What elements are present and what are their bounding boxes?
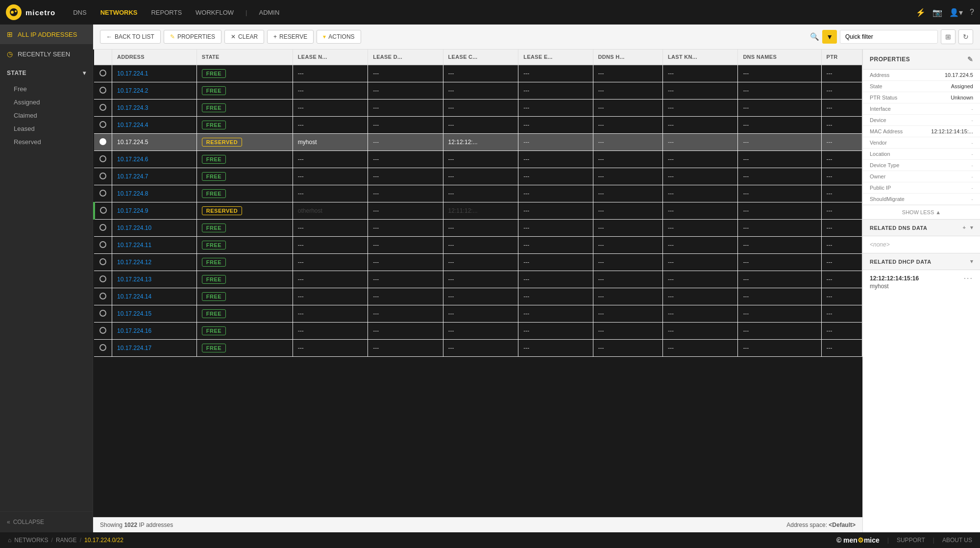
col-lease-e[interactable]: LEASE E... — [518, 50, 593, 65]
radio-dot[interactable] — [99, 327, 106, 334]
row-radio[interactable] — [94, 202, 112, 220]
row-radio[interactable] — [94, 100, 112, 117]
row-radio[interactable] — [94, 323, 112, 340]
row-address[interactable]: 10.17.224.11 — [112, 237, 197, 254]
table-row[interactable]: 10.17.224.2FREE------------------------ — [94, 82, 862, 100]
row-address[interactable]: 10.17.224.10 — [112, 220, 197, 237]
col-state[interactable]: STATE — [196, 50, 293, 65]
actions-button[interactable]: ▾ ACTIONS — [317, 30, 361, 44]
table-row[interactable]: 10.17.224.16FREE------------------------ — [94, 323, 862, 340]
sidebar-state-section[interactable]: STATE ▾ — [0, 64, 93, 82]
nav-admin[interactable]: ADMIN — [253, 6, 285, 19]
filter-icon-btn[interactable]: ▼ — [822, 30, 837, 44]
table-row[interactable]: 10.17.224.15FREE------------------------ — [94, 305, 862, 323]
sidebar-filter-leased[interactable]: Leased — [0, 122, 93, 135]
table-row[interactable]: 10.17.224.8FREE------------------------ — [94, 185, 862, 202]
dhcp-collapse-icon[interactable]: ▾ — [970, 258, 974, 265]
row-radio[interactable] — [94, 134, 112, 151]
about-link[interactable]: ABOUT US — [942, 537, 972, 544]
row-radio[interactable] — [94, 220, 112, 237]
row-radio[interactable] — [94, 288, 112, 305]
nav-reports[interactable]: REPORTS — [145, 6, 188, 19]
table-row[interactable]: 10.17.224.6FREE------------------------ — [94, 151, 862, 168]
clear-button[interactable]: ✕ CLEAR — [224, 30, 264, 44]
dns-collapse-icon[interactable]: ▾ — [970, 224, 974, 231]
radio-dot[interactable] — [99, 275, 106, 282]
radio-dot[interactable] — [100, 207, 107, 214]
row-radio[interactable] — [94, 65, 112, 82]
dns-add-icon[interactable]: + — [963, 224, 966, 231]
support-link[interactable]: SUPPORT — [897, 537, 925, 544]
table-row[interactable]: 10.17.224.3FREE------------------------ — [94, 100, 862, 117]
col-lease-d[interactable]: LEASE D... — [368, 50, 443, 65]
table-row[interactable]: 10.17.224.14FREE------------------------ — [94, 288, 862, 305]
radio-dot[interactable] — [99, 173, 106, 179]
nav-workflow[interactable]: WORKFLOW — [190, 6, 240, 19]
radio-dot[interactable] — [99, 104, 106, 111]
quick-filter-input[interactable] — [840, 30, 938, 44]
radio-dot[interactable] — [99, 155, 106, 162]
radio-dot[interactable] — [99, 344, 106, 351]
show-less-btn[interactable]: SHOW LESS ▲ — [863, 205, 980, 219]
bc-range[interactable]: RANGE — [56, 537, 77, 544]
table-row[interactable]: 10.17.224.13FREE------------------------ — [94, 271, 862, 288]
bc-current[interactable]: 10.17.224.0/22 — [84, 537, 123, 544]
row-radio[interactable] — [94, 340, 112, 357]
sidebar-collapse-btn[interactable]: « COLLAPSE — [0, 511, 93, 532]
row-address[interactable]: 10.17.224.1 — [112, 65, 197, 82]
reserve-button[interactable]: + RESERVE — [267, 30, 314, 44]
row-radio[interactable] — [94, 185, 112, 202]
dhcp-menu-btn[interactable]: ··· — [964, 274, 973, 283]
col-last-kn[interactable]: LAST KN... — [663, 50, 738, 65]
radio-dot[interactable] — [99, 87, 106, 94]
col-ddns[interactable]: DDNS H... — [593, 50, 662, 65]
row-address[interactable]: 10.17.224.2 — [112, 82, 197, 100]
col-ptr[interactable]: PTR — [821, 50, 862, 65]
radio-dot[interactable] — [99, 310, 106, 317]
sidebar-filter-free[interactable]: Free — [0, 82, 93, 96]
radio-dot[interactable] — [99, 258, 106, 265]
radio-dot[interactable] — [99, 241, 106, 248]
row-address[interactable]: 10.17.224.15 — [112, 305, 197, 323]
row-address[interactable]: 10.17.224.7 — [112, 168, 197, 185]
help-icon[interactable]: ? — [970, 8, 974, 17]
row-radio[interactable] — [94, 271, 112, 288]
columns-toggle-btn[interactable]: ⊞ — [941, 29, 956, 44]
search-button[interactable]: 🔍 — [810, 32, 819, 41]
sidebar-filter-reserved[interactable]: Reserved — [0, 135, 93, 149]
radio-dot[interactable] — [99, 190, 106, 197]
row-address[interactable]: 10.17.224.13 — [112, 271, 197, 288]
table-row[interactable]: 10.17.224.7FREE------------------------ — [94, 168, 862, 185]
col-address[interactable]: ADDRESS — [112, 50, 197, 65]
row-address[interactable]: 10.17.224.5 — [112, 134, 197, 151]
col-lease-name[interactable]: LEASE N... — [293, 50, 368, 65]
row-radio[interactable] — [94, 237, 112, 254]
table-row[interactable]: 10.17.224.11FREE------------------------ — [94, 237, 862, 254]
radio-dot[interactable] — [99, 293, 106, 299]
table-row[interactable]: 10.17.224.5RESERVEDmyhost---12:12:12:...… — [94, 134, 862, 151]
row-address[interactable]: 10.17.224.12 — [112, 254, 197, 271]
camera-icon[interactable]: 📷 — [932, 8, 942, 17]
table-row[interactable]: 10.17.224.1FREE------------------------ — [94, 65, 862, 82]
sidebar-filter-assigned[interactable]: Assigned — [0, 96, 93, 109]
row-address[interactable]: 10.17.224.14 — [112, 288, 197, 305]
row-radio[interactable] — [94, 82, 112, 100]
lightning-icon[interactable]: ⚡ — [916, 8, 926, 17]
refresh-button[interactable]: ↻ — [958, 29, 973, 44]
row-address[interactable]: 10.17.224.6 — [112, 151, 197, 168]
table-row[interactable]: 10.17.224.10FREE------------------------ — [94, 220, 862, 237]
table-row[interactable]: 10.17.224.4FREE------------------------ — [94, 117, 862, 134]
table-row[interactable]: 10.17.224.17FREE------------------------ — [94, 340, 862, 357]
radio-dot[interactable] — [99, 70, 106, 76]
table-row[interactable]: 10.17.224.12FREE------------------------ — [94, 254, 862, 271]
row-address[interactable]: 10.17.224.16 — [112, 323, 197, 340]
back-to-list-button[interactable]: ← BACK TO LIST — [100, 30, 161, 44]
user-icon[interactable]: 👤▾ — [949, 8, 963, 17]
row-radio[interactable] — [94, 117, 112, 134]
properties-button[interactable]: ✎ PROPERTIES — [164, 30, 221, 44]
row-address[interactable]: 10.17.224.8 — [112, 185, 197, 202]
edit-icon[interactable]: ✎ — [967, 55, 974, 63]
sidebar-item-all-ip[interactable]: ⊞ ALL IP ADDRESSES — [0, 25, 93, 44]
nav-networks[interactable]: NETWORKS — [95, 6, 144, 19]
sidebar-item-recently-seen[interactable]: ◷ RECENTLY SEEN — [0, 44, 93, 64]
